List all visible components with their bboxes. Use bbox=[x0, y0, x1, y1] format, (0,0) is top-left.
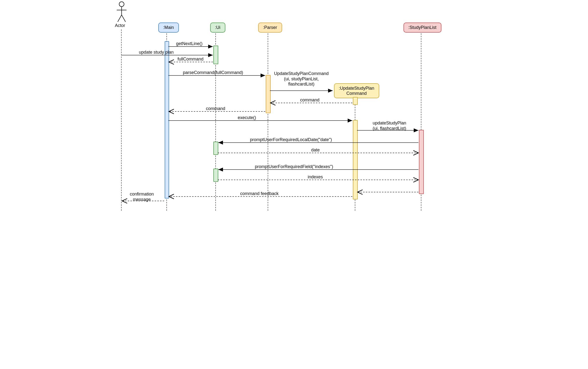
msg-retCmd1: command bbox=[300, 98, 320, 103]
msg-execute: execute() bbox=[238, 115, 256, 121]
msg-updateStudy: update study plan bbox=[139, 50, 174, 55]
msg-retDate: date bbox=[311, 148, 320, 153]
arrows bbox=[113, 0, 475, 211]
msg-confirm: confirmation message bbox=[125, 192, 159, 202]
msg-cmdFeedback: command feedback bbox=[240, 191, 279, 197]
msg-retIndexes: indexes bbox=[308, 174, 323, 180]
msg-promptIndex: promptUserForRequiredField("indexes") bbox=[255, 164, 333, 170]
msg-promptDate: promptUserForRequiredLocalDate("date") bbox=[250, 137, 332, 143]
sequence-diagram: Actor :Main :Ui :Parser :UpdateStudyPlan… bbox=[113, 0, 475, 211]
msg-retCmd2: command bbox=[206, 106, 225, 111]
msg-newCmd: UpdateStudyPlanCommand (ui, studyPlanLis… bbox=[272, 71, 331, 87]
msg-fullCommand: fullCommand bbox=[178, 57, 204, 62]
msg-getNextLine: getNextLine() bbox=[176, 41, 203, 47]
msg-parseCommand: parseCommand(fullCommand) bbox=[183, 70, 243, 75]
msg-updateSP: updateStudyPlan (ui, flashcardList) bbox=[365, 121, 414, 131]
